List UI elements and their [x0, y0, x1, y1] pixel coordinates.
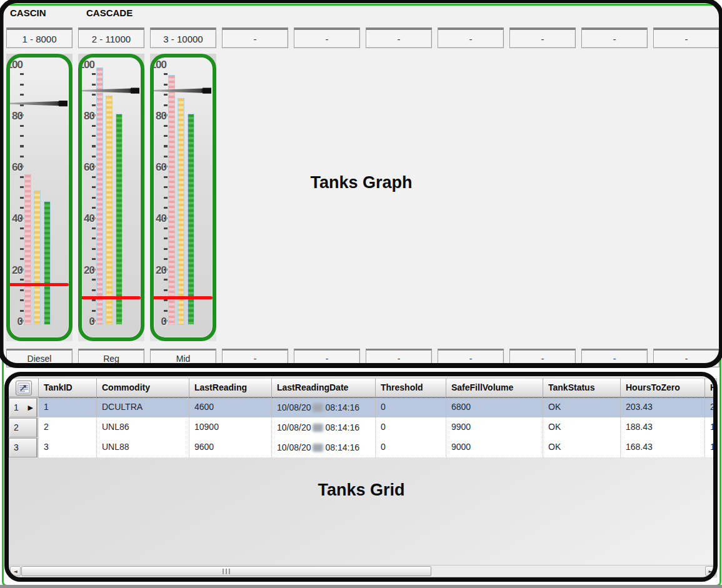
- cell-partial[interactable]: 1: [705, 437, 717, 458]
- row-header-2[interactable]: 2: [9, 418, 38, 437]
- cell-lastreadingdate[interactable]: 10/08/2008:14:16: [272, 417, 376, 438]
- column-header-lastreadingdate[interactable]: LastReadingDate: [272, 378, 376, 397]
- column-header-safefillvolume[interactable]: SafeFillVolume: [446, 378, 543, 397]
- column-header-tankid[interactable]: TankID: [39, 378, 97, 397]
- column-header-commodity[interactable]: Commodity: [97, 378, 189, 397]
- horizontal-scrollbar[interactable]: ◄ ►: [9, 565, 717, 577]
- column-header-partial[interactable]: H: [705, 378, 717, 397]
- tank-button-2[interactable]: 2 - 11000: [78, 27, 144, 48]
- cell-commodity[interactable]: UNL86: [97, 417, 189, 438]
- scroll-right-arrow-icon[interactable]: ►: [705, 566, 716, 576]
- column-header-hourstozero[interactable]: HoursToZero: [621, 378, 705, 397]
- scale-label: 80: [78, 111, 94, 122]
- cell-tankid[interactable]: 1: [39, 397, 97, 418]
- scale-label: 60: [150, 162, 166, 173]
- product-button-7[interactable]: -: [438, 349, 504, 367]
- row-header-3[interactable]: 3: [9, 438, 38, 457]
- tanks-graph-title: Tanks Graph: [249, 173, 474, 192]
- red-level-bar: [96, 67, 103, 325]
- tanks-grid-title: Tanks Grid: [249, 481, 474, 500]
- grid-corner-icon[interactable]: [16, 381, 32, 396]
- row-header-1[interactable]: 1▶: [9, 398, 38, 417]
- cell-tankstatus[interactable]: OK: [543, 437, 621, 458]
- tank-button-3[interactable]: 3 - 10000: [150, 27, 216, 48]
- scroll-left-arrow-icon[interactable]: ◄: [10, 566, 21, 576]
- column-header-lastreading[interactable]: LastReading: [189, 378, 272, 397]
- product-button-diesel[interactable]: Diesel: [6, 349, 73, 367]
- minor-ticks: [92, 65, 96, 322]
- tank-gauge-cell-2: 100 80 60 40 20 0: [78, 54, 144, 341]
- cell-threshold[interactable]: 0: [376, 417, 446, 438]
- cell-threshold[interactable]: 0: [376, 437, 446, 458]
- low-level-line: [9, 283, 69, 286]
- tank-button-1[interactable]: 1 - 8000: [6, 27, 73, 48]
- cell-tankstatus[interactable]: OK: [543, 397, 621, 418]
- cell-commodity[interactable]: UNL88: [97, 437, 189, 458]
- scrollbar-thumb[interactable]: [21, 566, 431, 576]
- spread-sheet-icon: [18, 382, 30, 394]
- redacted-year: [313, 444, 323, 452]
- site-label-cascade: CASCADE: [86, 7, 133, 18]
- cell-safefillvolume[interactable]: 9900: [446, 417, 543, 438]
- table-row[interactable]: 1▶ 1 DCULTRA 4600 10/08/2008:14:16 0 680…: [9, 397, 717, 417]
- grid-header-row: TankID Commodity LastReading LastReading…: [9, 378, 717, 397]
- tank-gauge-2: 100 80 60 40 20 0: [78, 54, 144, 341]
- scrollbar-grip-icon: [223, 569, 231, 574]
- bottom-gray-strip: [0, 585, 722, 588]
- cell-safefillvolume[interactable]: 9000: [446, 437, 543, 458]
- product-button-reg[interactable]: Reg: [78, 349, 144, 367]
- cell-lastreading[interactable]: 9600: [189, 437, 272, 458]
- grid-corner-cell[interactable]: [9, 378, 39, 397]
- cell-partial[interactable]: 2: [705, 397, 717, 418]
- column-header-threshold[interactable]: Threshold: [376, 378, 446, 397]
- product-button-10[interactable]: -: [653, 349, 719, 367]
- cell-partial[interactable]: 1: [705, 417, 717, 438]
- scale-label: 20: [150, 265, 166, 276]
- scale-label: 40: [6, 213, 23, 224]
- red-level-bar: [168, 75, 175, 325]
- cell-safefillvolume[interactable]: 6800: [446, 397, 543, 418]
- cell-lastreading[interactable]: 4600: [189, 397, 272, 418]
- scale-label: 80: [6, 111, 23, 122]
- cell-lastreadingdate[interactable]: 10/08/2008:14:16: [272, 437, 376, 458]
- scale-label: 80: [150, 111, 166, 122]
- table-row[interactable]: 3 3 UNL88 9600 10/08/2008:14:16 0 9000 O…: [9, 437, 717, 457]
- cell-tankid[interactable]: 2: [39, 417, 97, 438]
- column-header-tankstatus[interactable]: TankStatus: [543, 378, 621, 397]
- tank-button-6[interactable]: -: [366, 27, 432, 48]
- safe-fill-needle: [154, 87, 211, 94]
- cell-hourstozero[interactable]: 188.43: [621, 417, 705, 438]
- tank-button-4[interactable]: -: [222, 27, 288, 48]
- product-button-mid[interactable]: Mid: [150, 349, 216, 367]
- table-row[interactable]: 2 2 UNL86 10900 10/08/2008:14:16 0 9900 …: [9, 417, 717, 437]
- green-level-bar: [116, 114, 123, 325]
- cell-commodity[interactable]: DCULTRA: [97, 397, 189, 418]
- red-level-bar: [24, 174, 31, 325]
- cell-threshold[interactable]: 0: [376, 397, 446, 418]
- scale-label: 40: [150, 213, 166, 224]
- cell-hourstozero[interactable]: 203.43: [621, 397, 705, 418]
- low-level-line: [153, 296, 213, 299]
- tank-gauge-cell-1: 100 80 60 40 20 0: [6, 54, 73, 341]
- tank-button-5[interactable]: -: [294, 27, 360, 48]
- product-button-6[interactable]: -: [366, 349, 432, 367]
- tank-button-10[interactable]: -: [653, 27, 719, 48]
- scale-label: 0: [78, 316, 94, 327]
- tank-button-8[interactable]: -: [509, 27, 576, 48]
- product-button-5[interactable]: -: [294, 349, 360, 367]
- cell-tankstatus[interactable]: OK: [543, 417, 621, 438]
- product-button-4[interactable]: -: [222, 349, 288, 367]
- cell-lastreading[interactable]: 10900: [189, 417, 272, 438]
- scale-label: 100: [78, 59, 94, 71]
- product-button-8[interactable]: -: [509, 349, 576, 367]
- scale-label: 40: [78, 213, 94, 224]
- tank-button-7[interactable]: -: [438, 27, 504, 48]
- scale-label: 60: [6, 162, 23, 173]
- cell-tankid[interactable]: 3: [39, 437, 97, 458]
- product-button-9[interactable]: -: [581, 349, 648, 367]
- cell-hourstozero[interactable]: 168.43: [621, 437, 705, 458]
- scale-label: 100: [6, 59, 23, 71]
- cell-lastreadingdate[interactable]: 10/08/2008:14:16: [272, 397, 376, 418]
- tank-button-9[interactable]: -: [581, 27, 648, 48]
- current-row-arrow-icon: ▶: [28, 399, 33, 417]
